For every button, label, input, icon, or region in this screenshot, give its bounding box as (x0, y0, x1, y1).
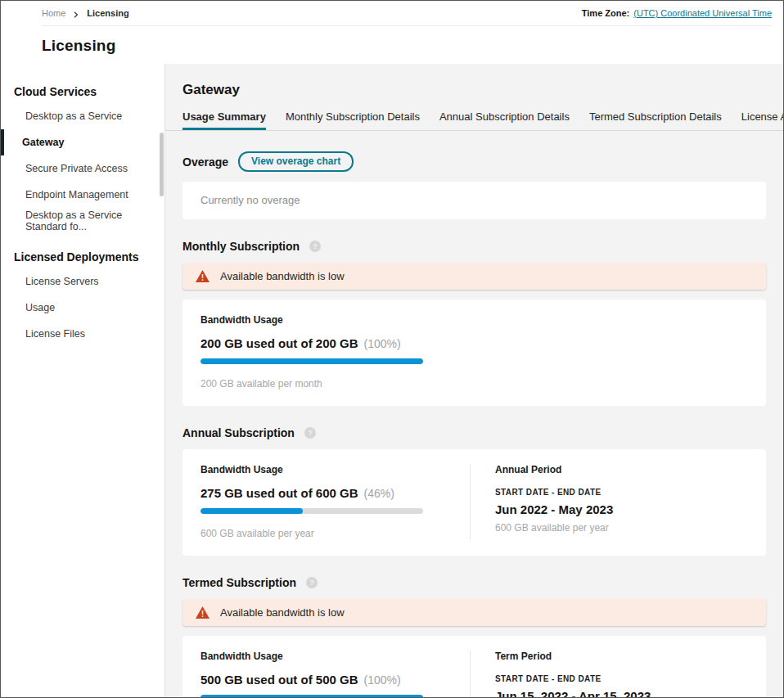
sidebar-item-license-servers[interactable]: License Servers (1, 268, 164, 295)
view-overage-chart-button[interactable]: View overage chart (238, 151, 354, 172)
usage-text: 500 GB used out of 500 GB (201, 673, 358, 687)
progress-bar (201, 508, 423, 514)
page-title: Licensing (42, 37, 772, 55)
timezone-row: Time Zone: (UTC) Coordinated Universal T… (582, 8, 772, 18)
overage-title: Overage (182, 155, 228, 169)
progress-bar-fill (201, 358, 423, 364)
available-text: 600 GB available per year (201, 528, 470, 539)
termed-warning-banner: Available bandwidth is low (182, 599, 766, 626)
info-icon[interactable]: ? (304, 427, 316, 439)
usage-percent: (100%) (364, 337, 401, 350)
breadcrumb: Home Licensing (42, 8, 129, 18)
annual-title: Annual Subscription (182, 426, 295, 439)
timezone-link[interactable]: (UTC) Coordinated Universal Time (633, 8, 772, 18)
monthly-warning-banner: Available bandwidth is low (182, 263, 766, 290)
progress-bar-fill (201, 695, 423, 697)
sidebar-item-endpoint-management[interactable]: Endpoint Management (1, 182, 164, 208)
tab-termed-subscription-details[interactable]: Termed Subscription Details (589, 110, 722, 130)
bandwidth-usage-label: Bandwidth Usage (201, 464, 470, 475)
service-title: Gateway (182, 82, 766, 98)
term-period-label: Term Period (495, 651, 651, 662)
sidebar-item-desktop-as-a-service[interactable]: Desktop as a Service (1, 103, 164, 129)
sidebar-section-title: Cloud Services (1, 85, 164, 98)
app-window: Home Licensing Time Zone: (UTC) Coordina… (0, 0, 784, 698)
sidebar: Cloud Services Desktop as a Service Gate… (1, 64, 165, 697)
sidebar-item-daas-standard[interactable]: Desktop as a Service Standard fo... (1, 208, 164, 234)
usage-percent: (100%) (364, 673, 401, 687)
monthly-title: Monthly Subscription (182, 240, 300, 253)
tab-bar: Usage Summary Monthly Subscription Detai… (165, 110, 783, 131)
warning-icon (196, 606, 210, 619)
timezone-label: Time Zone: (582, 8, 629, 18)
overage-section-head: Overage View overage chart (182, 151, 766, 172)
bandwidth-usage-label: Bandwidth Usage (201, 314, 471, 326)
sidebar-item-usage[interactable]: Usage (1, 295, 164, 321)
monthly-section-head: Monthly Subscription ? (182, 240, 766, 253)
sidebar-item-secure-private-access[interactable]: Secure Private Access (1, 155, 164, 182)
annual-section-head: Annual Subscription ? (182, 426, 766, 439)
date-range-label: START DATE - END DATE (495, 488, 613, 497)
date-range-value: Jun 2022 - May 2023 (495, 502, 613, 516)
available-text: 600 GB available per year (495, 522, 613, 534)
termed-section-head: Termed Subscription ? (182, 576, 766, 589)
sidebar-item-gateway[interactable]: Gateway (1, 129, 164, 155)
sidebar-scrollbar[interactable] (160, 133, 164, 196)
tab-annual-subscription-details[interactable]: Annual Subscription Details (439, 110, 570, 130)
info-icon[interactable]: ? (306, 577, 318, 588)
tab-license-activity[interactable]: License Activity (741, 110, 783, 130)
sidebar-section-licensed-deployments: Licensed Deployments License Servers Usa… (1, 250, 164, 347)
overage-empty-card: Currently no overage (182, 182, 766, 219)
warning-text: Available bandwidth is low (220, 270, 345, 282)
monthly-usage-card: Bandwidth Usage 200 GB used out of 200 G… (182, 299, 766, 406)
main-content: Gateway Usage Summary Monthly Subscripti… (165, 64, 783, 697)
breadcrumb-current: Licensing (87, 8, 128, 18)
usage-text: 275 GB used out of 600 GB (201, 486, 358, 500)
annual-period-label: Annual Period (495, 464, 613, 475)
usage-percent: (46%) (364, 487, 394, 500)
tab-monthly-subscription-details[interactable]: Monthly Subscription Details (286, 110, 420, 130)
chevron-right-icon (73, 10, 79, 16)
termed-title: Termed Subscription (182, 576, 296, 589)
termed-usage-card: Bandwidth Usage 500 GB used out of 500 G… (182, 636, 766, 697)
progress-bar (201, 695, 423, 697)
warning-icon (196, 270, 210, 282)
tab-usage-summary[interactable]: Usage Summary (182, 110, 266, 130)
sidebar-section-title: Licensed Deployments (1, 250, 164, 263)
date-range-label: START DATE - END DATE (495, 674, 651, 683)
progress-bar (201, 358, 423, 364)
available-text: 200 GB available per month (201, 378, 471, 390)
bandwidth-usage-label: Bandwidth Usage (201, 651, 470, 662)
progress-bar-fill (201, 508, 303, 514)
date-range-value: Jun 15, 2022 - Apr 15, 2023 (495, 689, 651, 697)
sidebar-item-license-files[interactable]: License Files (1, 321, 164, 347)
sidebar-section-cloud-services: Cloud Services Desktop as a Service Gate… (1, 85, 164, 234)
annual-usage-card: Bandwidth Usage 275 GB used out of 600 G… (182, 449, 766, 556)
warning-text: Available bandwidth is low (220, 606, 345, 619)
usage-text: 200 GB used out of 200 GB (201, 336, 358, 350)
breadcrumb-home-link[interactable]: Home (42, 8, 65, 18)
top-header: Home Licensing Time Zone: (UTC) Coordina… (1, 1, 783, 64)
info-icon[interactable]: ? (309, 241, 321, 252)
